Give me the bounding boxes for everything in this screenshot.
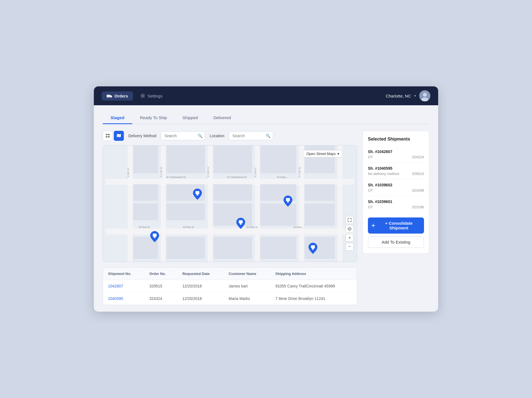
settings-nav-button[interactable]: Settings — [135, 91, 167, 101]
col-customer-name: Customer Name — [224, 268, 270, 280]
svg-rect-14 — [106, 179, 354, 185]
shipment-no-link[interactable]: 1042807 — [103, 280, 144, 292]
consolidate-label: + Consolidate Shipment — [377, 221, 421, 230]
location-dropdown-arrow[interactable]: ▾ — [414, 94, 416, 98]
customer-name-cell: Maria Marks — [224, 292, 270, 305]
svg-rect-10 — [108, 136, 110, 137]
orders-nav-button[interactable]: Orders — [102, 91, 133, 101]
map-fullscreen-button[interactable] — [346, 216, 353, 224]
selected-shipment-item-4: Sh. #1039601 OT 323186 — [368, 196, 424, 212]
location-label: Charlotte, NC — [386, 94, 411, 98]
svg-point-1 — [107, 97, 108, 98]
svg-rect-57 — [287, 201, 289, 202]
zoom-out-icon: − — [348, 244, 351, 249]
svg-rect-28 — [213, 146, 252, 173]
avatar — [419, 90, 430, 101]
map-zoom-in-button[interactable]: + — [346, 234, 353, 242]
view-toggle — [103, 131, 124, 141]
map-pin-3[interactable] — [236, 218, 245, 229]
selected-shipments-card: Selected Shipments Sh. #1042807 OT 32432… — [363, 131, 429, 254]
shipment-order-4: 323186 — [412, 205, 424, 209]
svg-rect-60 — [153, 234, 157, 237]
svg-rect-62 — [311, 245, 315, 248]
svg-rect-56 — [286, 198, 290, 201]
table-view-button[interactable] — [103, 131, 113, 141]
svg-rect-59 — [240, 223, 242, 225]
svg-rect-20 — [299, 146, 304, 262]
selected-shipment-item-3: Sh. #1039602 OT 324298 — [368, 179, 424, 196]
svg-rect-7 — [106, 134, 107, 135]
tab-shipped[interactable]: Shipped — [175, 112, 205, 124]
svg-rect-19 — [255, 146, 260, 262]
shipment-no-link[interactable]: 1040595 — [103, 292, 144, 305]
settings-label: Settings — [147, 94, 162, 98]
svg-rect-18 — [208, 146, 213, 262]
tab-ready-to-ship[interactable]: Ready To Ship — [132, 112, 175, 124]
map-view-button[interactable] — [114, 131, 124, 141]
svg-rect-61 — [154, 237, 155, 238]
app-shell: Orders Settings Charlotte, NC ▾ — [94, 86, 438, 312]
svg-rect-39 — [213, 237, 252, 259]
add-to-existing-button[interactable]: Add To Existing — [368, 236, 424, 248]
orders-label: Orders — [114, 94, 128, 98]
header: Orders Settings Charlotte, NC ▾ — [94, 86, 438, 105]
map-controls: + − — [346, 216, 353, 251]
shipment-method-4: OT — [368, 205, 373, 209]
svg-text:W Cottonwood St: W Cottonwood St — [227, 176, 247, 179]
content-area: Delivery Method 🔍 Location 🔍 — [103, 131, 429, 305]
filter-bar: Delivery Method 🔍 Location 🔍 — [103, 131, 357, 141]
svg-rect-23 — [133, 204, 158, 220]
map-locate-button[interactable] — [346, 225, 353, 233]
location-search-wrap: 🔍 — [229, 131, 273, 140]
shipments-table: Shipment No. Order No. Requested Date Cu… — [103, 267, 357, 305]
tab-delivered[interactable]: Delivered — [205, 112, 239, 124]
svg-rect-17 — [161, 146, 166, 262]
map-pin-5[interactable] — [308, 243, 317, 254]
shipment-item-num-1: Sh. #1042807 — [368, 149, 424, 154]
shipment-order-1: 324324 — [412, 155, 424, 159]
svg-rect-29 — [213, 184, 252, 201]
col-requested-date: Requested Date — [177, 268, 224, 280]
svg-rect-22 — [133, 184, 158, 201]
shipping-address-cell: 91055 Carey TrailCincinnati 45999 — [270, 280, 357, 292]
svg-rect-58 — [239, 220, 243, 223]
selected-shipment-item-1: Sh. #1042807 OT 324324 — [368, 146, 424, 163]
svg-rect-38 — [166, 237, 205, 259]
svg-point-2 — [110, 97, 111, 98]
svg-rect-54 — [195, 191, 199, 194]
map-pin-1[interactable] — [193, 189, 202, 200]
svg-point-65 — [349, 229, 350, 229]
map-container: N 9th St N 17th St N 16th St N 15th N N … — [103, 145, 357, 262]
zoom-in-icon: + — [348, 235, 351, 240]
map-pin-4[interactable] — [150, 231, 159, 242]
shipment-order-2: 329515 — [412, 172, 424, 176]
svg-text:W Cotto...: W Cotto... — [277, 176, 288, 179]
svg-rect-30 — [213, 204, 252, 226]
header-nav: Orders Settings — [102, 91, 386, 101]
location-filter-label: Location — [210, 134, 224, 138]
delivery-method-search-wrap: 🔍 — [161, 131, 205, 140]
consolidate-shipment-button[interactable]: + Consolidate Shipment — [368, 217, 424, 234]
map-pin-2[interactable] — [283, 196, 292, 207]
locate-icon — [348, 227, 352, 231]
svg-rect-63 — [312, 248, 314, 250]
shipment-item-num-4: Sh. #1039601 — [368, 199, 424, 204]
shipment-method-3: OT — [368, 188, 373, 192]
tab-staged[interactable]: Staged — [103, 112, 132, 124]
shipment-order-3: 324298 — [412, 188, 424, 192]
add-existing-label: Add To Existing — [382, 240, 410, 244]
fullscreen-icon — [348, 218, 352, 222]
svg-text:N 9th St: N 9th St — [127, 168, 130, 177]
svg-rect-34 — [305, 146, 335, 173]
svg-rect-31 — [260, 146, 296, 173]
shipment-method-2: No delivery method — [368, 172, 399, 176]
shipment-item-num-3: Sh. #1039602 — [368, 183, 424, 187]
delivery-method-search-input[interactable] — [161, 131, 205, 140]
map-provider-badge[interactable]: Open Street Maps ▾ — [303, 150, 343, 157]
selected-shipments-title: Selected Shipments — [368, 137, 424, 142]
location-search-input[interactable] — [229, 131, 273, 140]
map-zoom-out-button[interactable]: − — [346, 243, 353, 251]
order-no-cell: 329515 — [144, 280, 177, 292]
customer-name-cell: James kart — [224, 280, 270, 292]
selected-shipment-item-2: Sh. #1040595 No delivery method 329515 — [368, 163, 424, 179]
